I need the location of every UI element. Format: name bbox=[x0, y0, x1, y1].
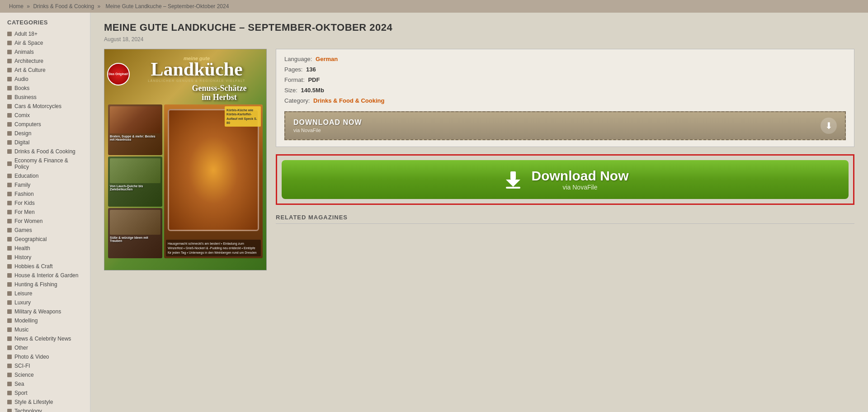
bullet-icon bbox=[7, 246, 12, 251]
sidebar-item-economy[interactable]: Economy & Finance & Policy bbox=[0, 156, 90, 171]
bullet-icon bbox=[7, 174, 12, 178]
cover-bottom-text: Hausgemacht schmeckt's am besten! • Einl… bbox=[166, 240, 261, 256]
sidebar-item-style-lifestyle[interactable]: Style & Lifestyle bbox=[0, 398, 90, 407]
category-value[interactable]: Drinks & Food & Cooking bbox=[313, 97, 384, 104]
bullet-icon bbox=[7, 291, 12, 296]
sidebar-item-computers[interactable]: Computers bbox=[0, 120, 90, 129]
sidebar-item-air-space[interactable]: Air & Space bbox=[0, 38, 90, 47]
sidebar-item-sport[interactable]: Sport bbox=[0, 388, 90, 398]
breadcrumb-current: Meine Gute Landkuche – September-Oktober… bbox=[106, 3, 229, 9]
sidebar-item-architecture[interactable]: Architecture bbox=[0, 57, 90, 66]
sidebar-item-modelling[interactable]: Modelling bbox=[0, 316, 90, 325]
sidebar-item-label: History bbox=[14, 254, 31, 260]
sidebar-item-scifi[interactable]: SCI-FI bbox=[0, 361, 90, 370]
size-value: 140.5Mb bbox=[301, 87, 324, 94]
bullet-icon bbox=[7, 104, 12, 109]
main-layout: CATEGORIES Adult 18+ Air & Space Animals… bbox=[0, 13, 868, 412]
sidebar-item-label: House & Interior & Garden bbox=[14, 272, 78, 279]
sidebar-item-label: Animals bbox=[14, 49, 34, 55]
sidebar-item-adult18[interactable]: Adult 18+ bbox=[0, 29, 90, 38]
bullet-icon bbox=[7, 68, 12, 72]
sidebar-item-label: SCI-FI bbox=[14, 363, 30, 369]
format-value: PDF bbox=[308, 76, 320, 83]
sidebar-item-hunting[interactable]: Hunting & Fishing bbox=[0, 280, 90, 289]
sidebar-item-photo-video[interactable]: Photo & Video bbox=[0, 352, 90, 361]
sidebar-item-animals[interactable]: Animals bbox=[0, 47, 90, 57]
sidebar-item-design[interactable]: Design bbox=[0, 129, 90, 138]
bullet-icon bbox=[7, 273, 12, 278]
bullet-icon bbox=[7, 41, 12, 45]
sidebar-item-art-culture[interactable]: Art & Culture bbox=[0, 66, 90, 75]
bullet-icon bbox=[7, 192, 12, 196]
bullet-icon bbox=[7, 86, 12, 90]
category-row: Category: Drinks & Food & Cooking bbox=[284, 97, 846, 104]
sidebar-item-label: Family bbox=[14, 182, 30, 188]
sidebar-item-business[interactable]: Business bbox=[0, 93, 90, 102]
breadcrumb-sep2: » bbox=[97, 3, 100, 9]
bullet-icon bbox=[7, 183, 12, 187]
sidebar-item-label: Architecture bbox=[14, 58, 43, 64]
sidebar-item-education[interactable]: Education bbox=[0, 171, 90, 180]
breadcrumb-home[interactable]: Home bbox=[9, 3, 24, 9]
breadcrumb-bar: Home » Drinks & Food & Cooking » Meine G… bbox=[0, 0, 868, 13]
sidebar-item-science[interactable]: Science bbox=[0, 370, 90, 379]
sidebar-item-luxury[interactable]: Luxury bbox=[0, 298, 90, 307]
sidebar-item-technology[interactable]: Technology bbox=[0, 407, 90, 412]
svg-marker-1 bbox=[506, 180, 520, 187]
sidebar-item-label: Comix bbox=[14, 112, 30, 118]
sidebar-item-sea[interactable]: Sea bbox=[0, 379, 90, 388]
sidebar-item-for-men[interactable]: For Men bbox=[0, 208, 90, 217]
sidebar-item-house[interactable]: House & Interior & Garden bbox=[0, 271, 90, 280]
download-btn-text-group: Download Now via NovaFile bbox=[532, 168, 629, 191]
related-title: RELATED MAGAZINES bbox=[276, 214, 854, 224]
sidebar-item-label: Hobbies & Craft bbox=[14, 263, 53, 270]
sidebar-item-music[interactable]: Music bbox=[0, 325, 90, 334]
sidebar-item-leisure[interactable]: Leisure bbox=[0, 289, 90, 298]
sidebar-item-health[interactable]: Health bbox=[0, 244, 90, 253]
sidebar-item-label: For Kids bbox=[14, 200, 35, 206]
sidebar-item-games[interactable]: Games bbox=[0, 226, 90, 235]
sidebar-item-label: Health bbox=[14, 245, 30, 251]
sidebar-item-label: Style & Lifestyle bbox=[14, 399, 53, 405]
sidebar-item-for-women[interactable]: For Women bbox=[0, 217, 90, 226]
download-top-main-text: DOWNLOAD NOW bbox=[293, 118, 362, 127]
svg-rect-2 bbox=[506, 187, 520, 189]
sidebar-title: CATEGORIES bbox=[0, 17, 90, 29]
cover-headline: Genuss-Schätzeim Herbst bbox=[178, 84, 261, 102]
download-top-button[interactable]: DOWNLOAD NOW via NovaFile ⬇ bbox=[284, 111, 846, 140]
sidebar-item-comix[interactable]: Comix bbox=[0, 111, 90, 120]
sidebar: CATEGORIES Adult 18+ Air & Space Animals… bbox=[0, 13, 90, 412]
sidebar-item-cars[interactable]: Cars & Motorcycles bbox=[0, 102, 90, 111]
sidebar-item-geographical[interactable]: Geographical bbox=[0, 235, 90, 244]
sidebar-item-label: Other bbox=[14, 345, 28, 351]
sidebar-item-family[interactable]: Family bbox=[0, 180, 90, 189]
sidebar-item-military[interactable]: Military & Weapons bbox=[0, 307, 90, 316]
sidebar-item-books[interactable]: Books bbox=[0, 84, 90, 93]
bullet-icon bbox=[7, 122, 12, 127]
download-arrow-icon: ⬇ bbox=[821, 118, 837, 134]
bullet-icon bbox=[7, 210, 12, 214]
sidebar-item-hobbies[interactable]: Hobbies & Craft bbox=[0, 262, 90, 271]
bullet-icon bbox=[7, 59, 12, 63]
breadcrumb-sep1: » bbox=[27, 3, 30, 9]
format-label: Format: bbox=[284, 76, 305, 83]
sidebar-item-audio[interactable]: Audio bbox=[0, 75, 90, 84]
breadcrumb-cat[interactable]: Drinks & Food & Cooking bbox=[33, 3, 94, 9]
sidebar-item-fashion[interactable]: Fashion bbox=[0, 189, 90, 199]
sidebar-item-history[interactable]: History bbox=[0, 253, 90, 262]
sidebar-item-other[interactable]: Other bbox=[0, 343, 90, 352]
sidebar-item-news-celebrity[interactable]: News & Celebrity News bbox=[0, 334, 90, 343]
sidebar-item-label: Audio bbox=[14, 76, 28, 82]
bullet-icon bbox=[7, 309, 12, 314]
sidebar-item-digital[interactable]: Digital bbox=[0, 138, 90, 147]
bullet-icon bbox=[7, 140, 12, 145]
article-date: August 18, 2024 bbox=[104, 36, 854, 43]
sidebar-item-for-kids[interactable]: For Kids bbox=[0, 199, 90, 208]
sidebar-item-label: Hunting & Fishing bbox=[14, 281, 57, 288]
sidebar-item-label: For Women bbox=[14, 218, 42, 224]
sidebar-item-label: Digital bbox=[14, 139, 29, 146]
bullet-icon bbox=[7, 391, 12, 395]
download-green-button[interactable]: Download Now via NovaFile bbox=[282, 160, 849, 199]
svg-rect-0 bbox=[510, 171, 516, 180]
sidebar-item-drinks-food[interactable]: Drinks & Food & Cooking bbox=[0, 147, 90, 156]
